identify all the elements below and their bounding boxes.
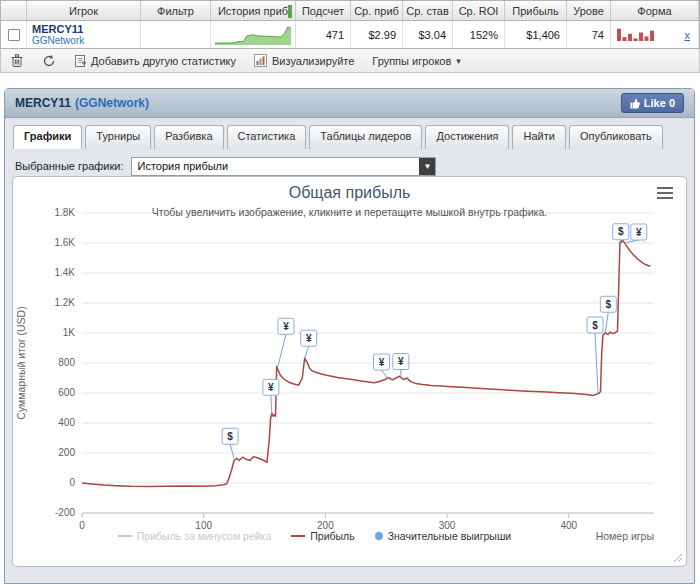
legend-swatch	[291, 535, 305, 537]
svg-text:1.4K: 1.4K	[54, 267, 75, 278]
filter-cell[interactable]	[141, 21, 211, 48]
delete-button[interactable]	[10, 53, 24, 68]
svg-text:0: 0	[69, 477, 75, 488]
column-header[interactable]: Ср. став	[403, 1, 453, 20]
tab[interactable]: Турниры	[85, 125, 151, 149]
svg-text:¥: ¥	[379, 357, 385, 368]
player-groups-label: Группы игроков	[372, 55, 451, 67]
profit-chart-svg[interactable]: -20002004006008001K1.2K1.4K1.6K1.8K01002…	[13, 177, 687, 567]
avg-profit-cell: $2.99	[351, 21, 403, 48]
selected-charts-row: Выбранные графики: История прибыли ▼	[15, 156, 694, 176]
column-header[interactable]: История приб	[211, 1, 296, 20]
table-toolbar: Добавить другую статистику Визуализируйт…	[0, 49, 700, 73]
chevron-down-icon: ▾	[456, 56, 461, 66]
refresh-button[interactable]	[42, 54, 56, 68]
column-header[interactable]: Урове	[567, 1, 611, 20]
selected-charts-label: Выбранные графики:	[15, 160, 123, 172]
avg-roi-cell: 152%	[453, 21, 505, 48]
column-header[interactable]: Прибыль	[505, 1, 567, 20]
panel-player-name: MERCY11	[15, 96, 71, 110]
count-cell: 471	[296, 21, 351, 48]
tab[interactable]: Достижения	[425, 125, 509, 149]
thumb-up-icon	[630, 98, 640, 109]
player-network-link[interactable]: GGNetwork	[32, 35, 84, 47]
svg-text:1K: 1K	[63, 327, 76, 338]
facebook-like-button[interactable]: Like 0	[621, 93, 684, 113]
chart-column-icon	[288, 5, 292, 18]
svg-text:$: $	[606, 299, 612, 310]
clipboard-icon	[74, 54, 86, 68]
svg-text:1.6K: 1.6K	[54, 237, 75, 248]
player-panel: MERCY11(GGNetwork) Like 0 ГрафикиТурниры…	[4, 88, 695, 584]
column-header[interactable]: Подсчет	[296, 1, 351, 20]
visualize-label: Визуализируйте	[272, 55, 354, 67]
table-row: MERCY11 GGNetwork 471 $2.99 $3.04 152% $…	[1, 21, 699, 48]
svg-text:¥: ¥	[283, 321, 289, 332]
panel-network-name: (GGNetwork)	[75, 96, 149, 110]
tab[interactable]: Графики	[13, 125, 82, 149]
column-header[interactable]: Фильтр	[141, 1, 211, 20]
tab[interactable]: Таблицы лидеров	[309, 125, 422, 149]
legend-label: Прибыль за минусом рейка	[137, 530, 271, 542]
profit-chart-container: -20002004006008001K1.2K1.4K1.6K1.8K01002…	[12, 176, 687, 567]
tab[interactable]: Найти	[512, 125, 565, 149]
chart-menu-icon[interactable]	[657, 187, 673, 199]
svg-text:200: 200	[58, 447, 75, 458]
chart-legend: Прибыль за минусом рейкаПрибыльЗначитель…	[13, 530, 616, 542]
tab[interactable]: Статистика	[227, 125, 307, 149]
svg-text:$: $	[227, 431, 233, 442]
svg-text:600: 600	[58, 387, 75, 398]
player-name-link[interactable]: MERCY11	[32, 23, 83, 35]
svg-text:$: $	[592, 320, 598, 331]
column-header[interactable]: Ср. приб	[351, 1, 403, 20]
row-select-cell	[1, 21, 27, 48]
sharkscope-page: ИгрокФильтрИстория прибПодсчетСр. прибСр…	[0, 0, 700, 584]
column-header[interactable]: Форма	[611, 1, 699, 20]
svg-text:¥: ¥	[636, 227, 642, 238]
svg-text:¥: ¥	[306, 333, 312, 344]
player-cell: MERCY11 GGNetwork	[27, 21, 141, 48]
svg-text:1.2K: 1.2K	[54, 297, 75, 308]
svg-text:$: $	[618, 226, 624, 237]
chart-select-value: История прибыли	[137, 160, 228, 172]
chart-type-select[interactable]: История прибыли ▼	[131, 157, 436, 176]
visualize-button[interactable]: Визуализируйте	[254, 54, 354, 67]
svg-text:¥: ¥	[268, 382, 274, 393]
refresh-icon	[42, 54, 56, 68]
svg-text:-200: -200	[55, 507, 75, 518]
remove-row-link[interactable]: x	[685, 29, 691, 41]
chart-icon	[254, 54, 267, 67]
resize-handle[interactable]	[672, 552, 683, 563]
tab[interactable]: Разбивка	[154, 125, 223, 149]
svg-text:800: 800	[58, 357, 75, 368]
tab[interactable]: Опубликовать	[569, 125, 663, 149]
row-checkbox[interactable]	[8, 29, 20, 41]
trash-icon	[10, 53, 24, 68]
column-header[interactable]: Ср. ROI	[453, 1, 505, 20]
legend-item[interactable]: Значительные выигрыши	[375, 530, 511, 542]
add-stat-label: Добавить другую статистику	[91, 55, 236, 67]
table-header-row: ИгрокФильтрИстория прибПодсчетСр. прибСр…	[1, 1, 699, 21]
legend-swatch	[375, 532, 383, 540]
like-label: Like 0	[644, 97, 675, 109]
avg-stake-cell: $3.04	[403, 21, 453, 48]
select-arrow-icon: ▼	[419, 158, 435, 175]
add-stat-button[interactable]: Добавить другую статистику	[74, 54, 236, 68]
svg-text:400: 400	[58, 417, 75, 428]
panel-title: MERCY11(GGNetwork)	[15, 96, 149, 110]
chart-subtitle: Чтобы увеличить изображение, кликните и …	[13, 206, 686, 218]
column-header[interactable]: Игрок	[27, 1, 141, 20]
player-groups-button[interactable]: Группы игроков ▾	[372, 55, 461, 67]
profit-cell: $1,406	[505, 21, 567, 48]
panel-header: MERCY11(GGNetwork) Like 0	[5, 89, 694, 118]
results-table: ИгрокФильтрИстория прибПодсчетСр. прибСр…	[0, 0, 700, 49]
legend-item[interactable]: Прибыль	[291, 530, 354, 542]
svg-text:¥: ¥	[398, 356, 404, 367]
legend-item[interactable]: Прибыль за минусом рейка	[118, 530, 271, 542]
chart-title: Общая прибыль	[13, 184, 686, 202]
column-header[interactable]	[1, 1, 27, 20]
profit-sparkline	[215, 25, 291, 45]
form-cell: x	[611, 21, 699, 48]
level-cell: 74	[567, 21, 611, 48]
profit-history-cell[interactable]	[211, 21, 296, 48]
